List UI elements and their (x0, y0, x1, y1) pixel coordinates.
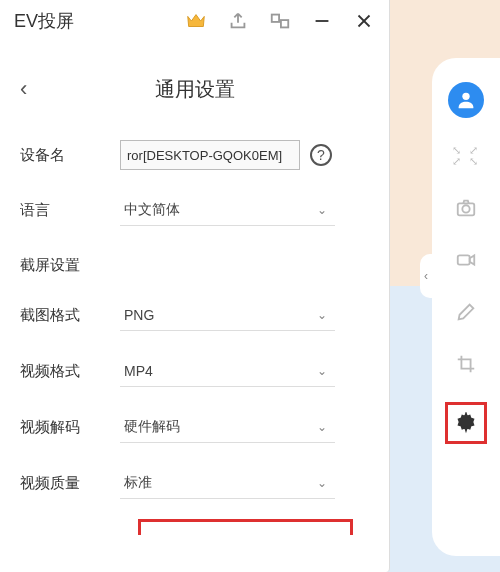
titlebar: EV投屏 (0, 0, 389, 42)
chevron-down-icon: ⌄ (317, 308, 327, 322)
video-quality-value: 标准 (124, 474, 152, 492)
chevron-down-icon: ⌄ (317, 476, 327, 490)
svg-point-5 (462, 93, 469, 100)
app-title: EV投屏 (14, 9, 74, 33)
video-decode-label: 视频解码 (20, 418, 120, 437)
video-decode-value: 硬件解码 (124, 418, 180, 436)
video-icon[interactable] (452, 246, 480, 274)
language-value: 中文简体 (124, 201, 180, 219)
screenshot-format-value: PNG (124, 307, 154, 323)
right-sidebar: ⤡ ⤢⤢ ⤡ (432, 58, 500, 556)
video-format-value: MP4 (124, 363, 153, 379)
video-decode-select[interactable]: 硬件解码 ⌄ (120, 411, 335, 443)
video-format-label: 视频格式 (20, 362, 120, 381)
brush-icon[interactable] (452, 298, 480, 326)
svg-rect-0 (272, 15, 279, 22)
svg-rect-8 (458, 255, 470, 264)
video-format-select[interactable]: MP4 ⌄ (120, 355, 335, 387)
collapse-handle[interactable]: ‹ (420, 254, 432, 298)
screenshot-format-label: 截图格式 (20, 306, 120, 325)
crop-icon[interactable] (452, 350, 480, 378)
chevron-down-icon: ⌄ (317, 203, 327, 217)
svg-rect-1 (281, 20, 288, 27)
share-icon[interactable] (227, 10, 249, 32)
avatar[interactable] (448, 82, 484, 118)
gear-icon[interactable] (452, 409, 480, 437)
camera-icon[interactable] (452, 194, 480, 222)
video-quality-select[interactable]: 标准 ⌄ (120, 467, 335, 499)
page-title: 通用设置 (50, 76, 339, 103)
back-button[interactable]: ‹ (20, 76, 50, 102)
window-split-icon[interactable] (269, 10, 291, 32)
device-name-label: 设备名 (20, 146, 120, 165)
svg-point-7 (462, 205, 469, 212)
screenshot-section-title: 截屏设置 (20, 256, 369, 275)
chevron-down-icon: ⌄ (317, 420, 327, 434)
device-name-input[interactable] (120, 140, 300, 170)
language-label: 语言 (20, 201, 120, 220)
minimize-button[interactable] (311, 10, 333, 32)
chevron-down-icon: ⌄ (317, 364, 327, 378)
video-quality-label: 视频质量 (20, 474, 120, 493)
settings-window: EV投屏 ‹ 通用设置 设备名 ? 语言 中文简 (0, 0, 390, 572)
language-select[interactable]: 中文简体 ⌄ (120, 194, 335, 226)
screenshot-format-select[interactable]: PNG ⌄ (120, 299, 335, 331)
crown-icon[interactable] (185, 10, 207, 32)
help-icon[interactable]: ? (310, 144, 332, 166)
fullscreen-icon[interactable]: ⤡ ⤢⤢ ⤡ (452, 142, 480, 170)
content: ‹ 通用设置 设备名 ? 语言 中文简体 ⌄ 截屏设置 截图格式 PNG ⌄ 视… (0, 62, 389, 535)
settings-highlight (445, 402, 487, 444)
close-button[interactable] (353, 10, 375, 32)
highlight-box (138, 519, 353, 535)
